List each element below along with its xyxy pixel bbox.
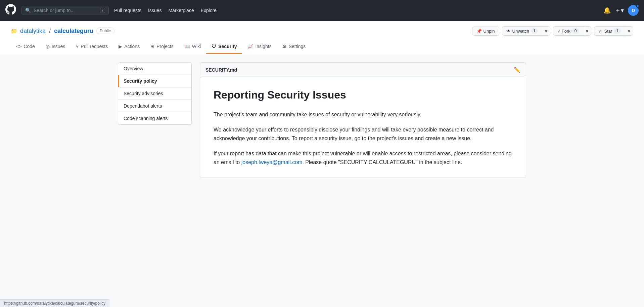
search-input[interactable] (34, 8, 94, 13)
unwatch-btn-group: 👁 Unwatch 1 ▾ (502, 26, 550, 36)
star-btn-group: ☆ Star 1 ▾ (594, 26, 633, 36)
repo-tabs: <> Code ◎ Issues ⑂ Pull requests ▶ Actio… (11, 40, 633, 54)
tab-insights[interactable]: 📈 Insights (242, 40, 277, 54)
tab-actions-label: Actions (124, 44, 140, 49)
nav-marketplace[interactable]: Marketplace (168, 8, 194, 13)
tab-wiki[interactable]: 📖 Wiki (179, 40, 206, 54)
tab-projects-label: Projects (156, 44, 174, 49)
tab-settings-label: Settings (289, 44, 306, 49)
content-header: SECURITY.md ✏️ (200, 63, 526, 77)
content-body: Reporting Security Issues The project's … (200, 77, 526, 178)
settings-icon: ⚙ (282, 44, 287, 49)
repo-name[interactable]: calculateguru (54, 28, 93, 35)
github-logo[interactable] (5, 4, 16, 17)
repo-header: 📁 datalytika / calculateguru Public 📌 Un… (0, 21, 644, 54)
tab-issues-label: Issues (52, 44, 65, 49)
nav-links: Pull requests Issues Marketplace Explore (114, 8, 217, 13)
sidebar-item-security-policy[interactable]: Security policy (118, 75, 191, 87)
fork-dropdown[interactable]: ▾ (583, 26, 591, 36)
projects-icon: ⊞ (150, 44, 154, 49)
tab-security[interactable]: 🛡 Security (206, 40, 242, 54)
email-link[interactable]: joseph.lweya@gmail.com (241, 159, 303, 165)
sidebar-item-dependabot-alerts[interactable]: Dependabot alerts (118, 100, 191, 112)
star-icon: ☆ (598, 29, 602, 34)
edit-icon[interactable]: ✏️ (514, 67, 520, 73)
avatar-badge (636, 4, 639, 8)
navbar-right: 🔔 ＋▾ D (603, 5, 639, 16)
tab-pull-requests-label: Pull requests (81, 44, 108, 49)
fork-btn-group: ⑂ Fork 0 ▾ (553, 26, 592, 36)
avatar[interactable]: D (628, 5, 639, 16)
content-paragraph-3: If your report has data that can make th… (214, 149, 512, 166)
content-heading: Reporting Security Issues (214, 88, 512, 102)
pull-requests-icon: ⑂ (76, 44, 79, 49)
unwatch-dropdown[interactable]: ▾ (542, 26, 550, 36)
content-paragraph-2: We acknowledge your efforts to responsib… (214, 125, 512, 143)
tab-code[interactable]: <> Code (11, 40, 40, 54)
sidebar-security-advisories-label: Security advisories (124, 91, 163, 96)
visibility-badge: Public (96, 28, 114, 34)
notification-icon[interactable]: 🔔 (603, 7, 611, 14)
security-icon: 🛡 (212, 44, 216, 49)
tab-pull-requests[interactable]: ⑂ Pull requests (71, 40, 113, 54)
sidebar-dependabot-alerts-label: Dependabot alerts (124, 103, 162, 109)
nav-explore[interactable]: Explore (201, 8, 217, 13)
fork-icon: ⑂ (557, 29, 560, 34)
nav-pull-requests[interactable]: Pull requests (114, 8, 141, 13)
unwatch-count: 1 (531, 28, 538, 34)
star-dropdown[interactable]: ▾ (625, 26, 633, 36)
issues-icon: ◎ (46, 44, 50, 49)
sidebar-nav: Overview Security policy Security adviso… (118, 62, 192, 125)
unpin-label: Unpin (484, 29, 495, 34)
unwatch-icon: 👁 (506, 29, 511, 34)
sidebar-item-security-advisories[interactable]: Security advisories (118, 87, 191, 100)
repo-title-row: 📁 datalytika / calculateguru Public 📌 Un… (11, 26, 633, 36)
tab-issues[interactable]: ◎ Issues (40, 40, 71, 54)
actions-icon: ▶ (119, 44, 122, 49)
insights-icon: 📈 (247, 44, 253, 49)
repo-icon: 📁 (11, 28, 17, 34)
fork-button[interactable]: ⑂ Fork 0 (553, 26, 584, 36)
tab-security-label: Security (218, 44, 237, 49)
star-count: 1 (614, 28, 621, 34)
fork-label: Fork (562, 29, 570, 34)
plus-icon[interactable]: ＋▾ (615, 6, 624, 14)
search-icon: 🔍 (25, 8, 31, 13)
sidebar-security-policy-label: Security policy (124, 78, 157, 84)
nav-issues[interactable]: Issues (148, 8, 162, 13)
star-label: Star (604, 29, 612, 34)
content-filename: SECURITY.md (205, 67, 237, 73)
sidebar-item-overview[interactable]: Overview (118, 63, 191, 75)
navbar: 🔍 / Pull requests Issues Marketplace Exp… (0, 0, 644, 21)
fork-count: 0 (572, 28, 579, 34)
unpin-button[interactable]: 📌 Unpin (472, 27, 499, 36)
main-content: Overview Security policy Security adviso… (107, 54, 537, 186)
sidebar: Overview Security policy Security adviso… (118, 62, 192, 178)
repo-owner[interactable]: datalytika (20, 28, 46, 35)
tab-code-label: Code (24, 44, 35, 49)
star-button[interactable]: ☆ Star 1 (594, 26, 625, 36)
tab-wiki-label: Wiki (192, 44, 201, 49)
search-box[interactable]: 🔍 / (21, 6, 109, 15)
unwatch-label: Unwatch (512, 29, 530, 34)
sidebar-item-code-scanning-alerts[interactable]: Code scanning alerts (118, 112, 191, 124)
unwatch-button[interactable]: 👁 Unwatch 1 (502, 26, 542, 36)
tab-settings[interactable]: ⚙ Settings (277, 40, 311, 54)
tab-insights-label: Insights (255, 44, 271, 49)
tab-projects[interactable]: ⊞ Projects (145, 40, 179, 54)
unpin-icon: 📌 (476, 29, 482, 34)
code-icon: <> (16, 44, 21, 49)
content-area: SECURITY.md ✏️ Reporting Security Issues… (200, 62, 526, 178)
sidebar-code-scanning-alerts-label: Code scanning alerts (124, 116, 168, 121)
content-paragraph-1: The project's team and community take is… (214, 110, 512, 119)
repo-actions: 📌 Unpin 👁 Unwatch 1 ▾ ⑂ Fork 0 ▾ (472, 26, 633, 36)
search-kbd: / (100, 8, 105, 13)
sidebar-overview-label: Overview (124, 66, 143, 71)
tab-actions[interactable]: ▶ Actions (113, 40, 145, 54)
repo-separator: / (49, 28, 51, 35)
wiki-icon: 📖 (184, 44, 190, 49)
